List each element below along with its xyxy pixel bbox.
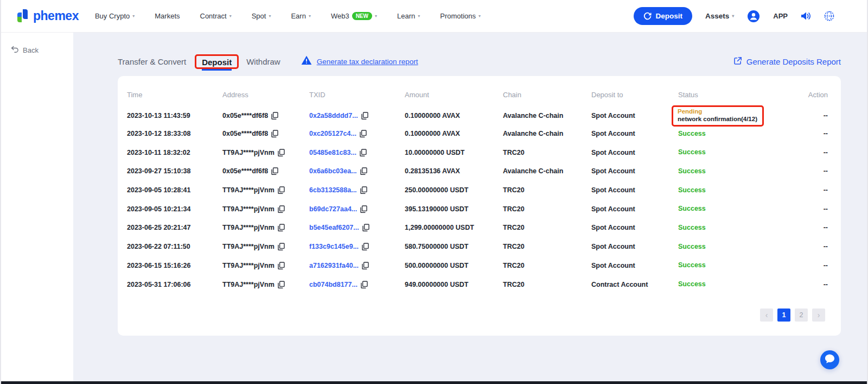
nav-item-web3[interactable]: Web3 NEW ▾ [331,12,377,20]
tab-deposit[interactable]: Deposit [202,58,232,71]
phemex-logo[interactable]: phemex [17,9,79,23]
back-button[interactable]: Back [11,46,73,54]
cell-txid: cb074bd8177... [309,281,405,288]
txid-link[interactable]: a7162931fa40... [309,262,359,269]
nav-item-buy-crypto[interactable]: Buy Crypto ▾ [95,12,135,20]
txid-link[interactable]: 05485e81c83... [309,149,356,156]
copy-icon[interactable] [360,167,367,175]
txid-link[interactable]: cb074bd8177... [309,281,358,288]
copy-icon[interactable] [362,243,369,250]
address-text: 0x05e****df6f8 [222,112,268,119]
cell-chain: TRC20 [503,224,591,231]
copy-icon[interactable] [360,149,367,156]
status-main-text: Success [678,205,803,213]
pagination-page-1[interactable]: 1 [777,309,790,322]
copy-icon[interactable] [360,205,367,213]
status-main-text: Success [678,167,803,175]
cell-chain: Avalanche C-chain [503,112,591,119]
nav-item-promotions[interactable]: Promotions ▾ [440,12,481,20]
txid-link[interactable]: 0x2a58dddd7... [309,112,358,119]
app-link[interactable]: APP [773,12,788,20]
deposit-icon [643,12,652,20]
copy-icon[interactable] [278,243,285,250]
txid-link[interactable]: 0x6a6bc03ea... [309,167,357,175]
copy-icon[interactable] [278,149,285,156]
table-row: 2023-10-13 11:43:59 0x05e****df6f8 0x2a5… [127,105,832,124]
status-main-text: Pending [678,108,757,116]
copy-icon[interactable] [361,112,368,119]
red-annotation-box-deposit-tab: Deposit [195,54,239,69]
nav-item-label: Web3 [331,12,349,20]
nav-item-spot[interactable]: Spot ▾ [252,12,271,20]
copy-icon[interactable] [278,262,285,269]
col-address: Address [222,91,309,99]
deposits-report-link[interactable]: Generate Deposits Report [733,56,841,67]
copy-icon[interactable] [271,167,278,175]
cell-status: Success [678,224,803,232]
copy-icon[interactable] [271,130,278,137]
nav-item-contract[interactable]: Contract ▾ [200,12,232,20]
table-row: 2023-06-15 15:16:26 TT9AJ****pjVnm a7162… [127,256,832,275]
pagination-next-button[interactable]: › [812,309,825,322]
user-icon[interactable] [747,10,760,23]
copy-icon[interactable] [278,224,285,231]
pagination-page-2[interactable]: 2 [795,309,808,322]
cell-chain: TRC20 [503,186,591,194]
cell-status: Success [678,243,803,251]
copy-icon[interactable] [361,281,368,288]
nav-item-earn[interactable]: Earn ▾ [291,12,310,20]
cell-amount: 10.00000000 USDT [405,149,503,156]
deposit-button[interactable]: Deposit [634,7,692,25]
copy-icon[interactable] [278,205,285,213]
copy-icon[interactable] [278,186,285,194]
chevron-down-icon: ▾ [732,14,734,18]
nav-item-markets[interactable]: Markets [155,12,180,20]
cell-time: 2023-05-31 17:06:06 [127,281,222,288]
tab-withdraw[interactable]: Withdraw [246,57,280,66]
new-badge: NEW [352,12,372,20]
cell-deposit-to: Contract Account [591,281,678,288]
nav-item-label: Markets [155,12,180,20]
txid-link[interactable]: b69dc727aa4... [309,205,357,213]
nav-item-learn[interactable]: Learn ▾ [397,12,420,20]
txid-link[interactable]: f133c9c145e9... [309,243,359,250]
copy-icon[interactable] [271,112,278,119]
cell-txid: b69dc727aa4... [309,205,405,213]
cell-time: 2023-09-05 10:28:41 [127,186,222,194]
cell-deposit-to: Spot Account [591,130,678,137]
copy-icon[interactable] [360,130,367,137]
col-time: Time [127,91,222,99]
chevron-down-icon: ▾ [229,14,232,18]
address-text: TT9AJ****pjVnm [222,262,275,269]
assets-menu[interactable]: Assets ▾ [705,12,734,20]
table-header-row: Time Address TXID Amount Chain Deposit t… [127,84,832,105]
cell-txid: a7162931fa40... [309,262,405,269]
pagination-prev-button[interactable]: ‹ [760,309,773,322]
cell-action: -- [803,205,832,213]
table-body: 2023-10-13 11:43:59 0x05e****df6f8 0x2a5… [127,105,832,294]
globe-icon[interactable] [824,11,834,21]
cell-amount: 0.28135136 AVAX [405,167,503,175]
cell-status: Pending network confirmation(4/12) [678,105,803,127]
warning-triangle-icon [301,55,312,67]
tax-report-link[interactable]: Generate tax declaration report [317,58,418,66]
txid-link[interactable]: 0xc205127c4... [309,130,356,137]
tax-report-link-wrap[interactable]: Generate tax declaration report [301,55,418,67]
copy-icon[interactable] [278,281,285,288]
copy-icon[interactable] [362,224,369,231]
tab-transfer-convert[interactable]: Transfer & Convert [118,57,186,66]
address-text: TT9AJ****pjVnm [222,205,275,213]
speaker-icon[interactable] [801,11,811,21]
copy-icon[interactable] [360,186,367,194]
txid-link[interactable]: b5e45eaf6207... [309,224,359,231]
external-link-icon [733,56,742,67]
address-text: TT9AJ****pjVnm [222,224,275,231]
cell-txid: 0xc205127c4... [309,130,405,137]
cell-amount: 0.10000000 AVAX [405,112,503,119]
cell-address: 0x05e****df6f8 [222,112,309,119]
txid-link[interactable]: 6cb3132588a... [309,186,357,194]
chat-bubble-button[interactable] [820,350,839,369]
cell-txid: b5e45eaf6207... [309,224,405,231]
status-badge: Success [678,280,803,288]
copy-icon[interactable] [362,262,369,269]
